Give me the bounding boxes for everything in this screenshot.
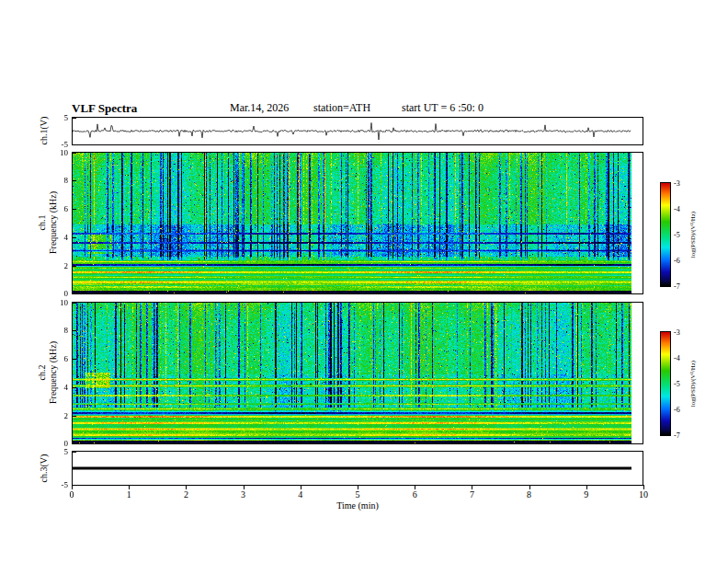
ch3-waveform-y-tick-label: 5 [44, 447, 68, 456]
colorbar-tick-label: -5 [674, 380, 680, 388]
y-tick-mark [73, 330, 76, 331]
ch3-waveform-y-tick-label: -5 [44, 480, 68, 489]
colorbar-tick-label: -6 [674, 257, 680, 265]
colorbar-tick-label: -7 [674, 431, 680, 440]
x-tick-label: 8 [527, 489, 531, 500]
y-tick-mark [73, 416, 76, 417]
ch1-spectrogram-y-tick-label: 4 [44, 233, 68, 242]
y-tick-mark [73, 209, 76, 210]
colorbar-tick-label: -3 [674, 179, 680, 188]
ch1-spectrogram-y-tick-label: 6 [44, 204, 68, 213]
colorbar-tick-label: -3 [674, 328, 680, 337]
figure-title: VLF Spectra [72, 101, 137, 116]
y-tick-mark [73, 485, 76, 486]
ch1-waveform-canvas [73, 118, 643, 144]
ch2-spectrogram-y-tick-label: 4 [44, 383, 68, 392]
x-tick-label: 9 [584, 489, 588, 500]
ch2-spectrogram-y-tick-label: 10 [44, 298, 68, 307]
y-tick-mark [73, 452, 76, 453]
y-tick-mark [73, 237, 76, 238]
ch2-spectrogram-y-tick-label: 8 [44, 326, 68, 335]
x-tick-label: 5 [356, 489, 360, 500]
colorbar-ch1-label: log(PSD)/(V²/Hz) [689, 212, 697, 258]
colorbar-ch2 [660, 331, 671, 436]
y-tick-mark [73, 153, 76, 154]
colorbar-tick-label: -5 [674, 231, 680, 239]
colorbar-tick-label: -7 [674, 282, 680, 291]
ch2-spectrogram-y-tick-label: 2 [44, 411, 68, 420]
x-tick-label: 1 [127, 489, 131, 500]
colorbar-ch2-label: log(PSD)/(V²/Hz) [689, 361, 697, 407]
colorbar-tick-label: -4 [674, 354, 680, 362]
station-label: station=ATH [313, 101, 370, 115]
x-tick-label: 4 [298, 489, 302, 500]
ch1-spectrogram-canvas [73, 153, 643, 293]
ch3-waveform-ylabel: ch.3(V) [39, 454, 49, 483]
colorbar-ch2-canvas [661, 332, 670, 435]
y-tick-mark [73, 144, 76, 145]
ch1-spectrogram-panel [72, 152, 643, 294]
ch2-spectrogram-panel [72, 302, 643, 444]
ch1-spectrogram-y-tick-label: 0 [44, 289, 68, 298]
ch1-spectrogram-channel-label: ch.1 [37, 215, 47, 231]
colorbar-ch1-canvas [661, 183, 670, 286]
x-tick-label: 6 [413, 489, 417, 500]
date-label: Mar.14, 2026 [230, 101, 289, 115]
ch1-spectrogram-y-tick-label: 8 [44, 176, 68, 185]
ch2-spectrogram-y-tick-label: 6 [44, 354, 68, 363]
ch1-spectrogram-y-tick-label: 10 [44, 148, 68, 157]
ch3-waveform-canvas [73, 452, 643, 485]
ch2-spectrogram-canvas [73, 303, 643, 443]
ch1-frequency-axis-label: Frequency (kHz) [48, 191, 58, 254]
y-tick-mark [73, 359, 76, 360]
ch1-spectrogram-y-tick-label: 2 [44, 261, 68, 270]
ch2-frequency-axis-label: Frequency (kHz) [48, 341, 58, 404]
y-tick-mark [73, 293, 76, 294]
ch3-waveform-panel [72, 451, 643, 486]
x-tick-label: 2 [184, 489, 188, 500]
start-ut-label: start UT = 6 :50: 0 [402, 101, 483, 115]
vlf-spectra-figure: VLF Spectra Mar.14, 2026 station=ATH sta… [0, 0, 728, 563]
y-tick-mark [73, 443, 76, 444]
x-tick-label: 10 [639, 489, 648, 500]
y-tick-mark [73, 387, 76, 388]
ch2-spectrogram-channel-label: ch.2 [37, 365, 47, 381]
y-tick-mark [73, 266, 76, 267]
colorbar-ch1 [660, 182, 671, 287]
x-tick-label: 3 [241, 489, 245, 500]
x-tick-label: 7 [470, 489, 474, 500]
colorbar-tick-label: -4 [674, 205, 680, 213]
y-tick-mark [73, 180, 76, 181]
x-tick-label: 0 [70, 489, 74, 500]
ch1-waveform-panel [72, 117, 643, 145]
x-axis-title: Time (min) [336, 500, 378, 511]
colorbar-tick-label: -6 [674, 406, 680, 414]
y-tick-mark [73, 118, 76, 119]
y-tick-mark [73, 303, 76, 304]
ch1-waveform-y-tick-label: 5 [44, 113, 68, 122]
